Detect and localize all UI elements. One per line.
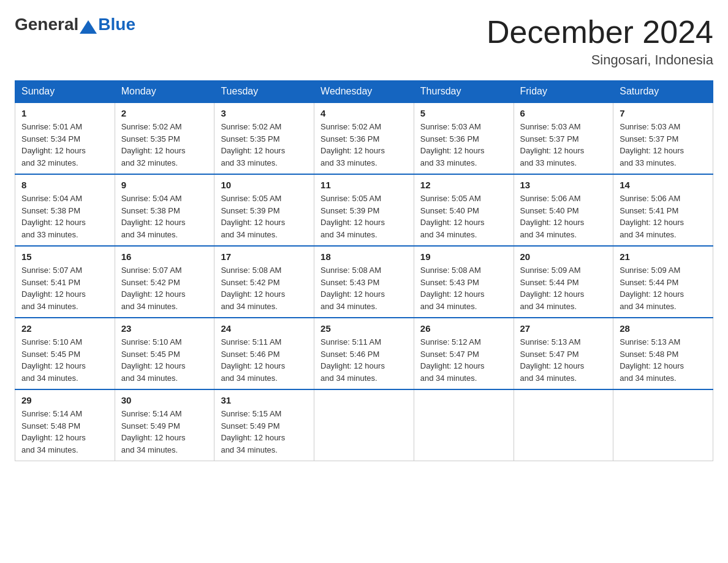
day-info: Sunrise: 5:04 AMSunset: 5:38 PMDaylight:… xyxy=(21,193,108,240)
day-info: Sunrise: 5:06 AMSunset: 5:40 PMDaylight:… xyxy=(520,193,607,240)
day-number: 1 xyxy=(21,108,108,118)
day-info: Sunrise: 5:05 AMSunset: 5:40 PMDaylight:… xyxy=(420,193,507,240)
day-number: 22 xyxy=(21,323,108,334)
calendar-cell: 11Sunrise: 5:05 AMSunset: 5:39 PMDayligh… xyxy=(314,174,414,246)
calendar-cell: 3Sunrise: 5:02 AMSunset: 5:35 PMDaylight… xyxy=(214,102,314,174)
calendar-cell: 20Sunrise: 5:09 AMSunset: 5:44 PMDayligh… xyxy=(514,246,613,318)
calendar-cell: 21Sunrise: 5:09 AMSunset: 5:44 PMDayligh… xyxy=(613,246,713,318)
day-info: Sunrise: 5:03 AMSunset: 5:37 PMDaylight:… xyxy=(520,121,607,169)
calendar-cell xyxy=(613,389,713,461)
logo-triangle-icon xyxy=(80,20,97,34)
day-info: Sunrise: 5:06 AMSunset: 5:41 PMDaylight:… xyxy=(620,193,707,240)
day-info: Sunrise: 5:15 AMSunset: 5:49 PMDaylight:… xyxy=(221,408,308,456)
day-header-thursday: Thursday xyxy=(414,81,514,103)
page-header: General Blue December 2024 Singosari, In… xyxy=(15,15,713,68)
day-number: 17 xyxy=(221,251,308,262)
calendar-cell: 14Sunrise: 5:06 AMSunset: 5:41 PMDayligh… xyxy=(613,174,713,246)
day-info: Sunrise: 5:09 AMSunset: 5:44 PMDaylight:… xyxy=(620,264,707,312)
day-number: 11 xyxy=(320,180,408,190)
day-header-tuesday: Tuesday xyxy=(214,81,314,103)
calendar-cell: 4Sunrise: 5:02 AMSunset: 5:36 PMDaylight… xyxy=(314,102,414,174)
day-number: 16 xyxy=(121,251,208,262)
day-header-saturday: Saturday xyxy=(613,81,713,103)
day-info: Sunrise: 5:10 AMSunset: 5:45 PMDaylight:… xyxy=(21,336,108,384)
day-number: 28 xyxy=(620,323,707,334)
day-number: 14 xyxy=(620,180,707,190)
calendar-cell xyxy=(314,389,414,461)
day-headers-row: SundayMondayTuesdayWednesdayThursdayFrid… xyxy=(15,81,713,103)
calendar-cell: 28Sunrise: 5:13 AMSunset: 5:48 PMDayligh… xyxy=(613,318,713,389)
calendar-cell: 12Sunrise: 5:05 AMSunset: 5:40 PMDayligh… xyxy=(414,174,514,246)
day-info: Sunrise: 5:08 AMSunset: 5:43 PMDaylight:… xyxy=(320,264,408,312)
day-info: Sunrise: 5:02 AMSunset: 5:36 PMDaylight:… xyxy=(320,121,408,169)
day-number: 3 xyxy=(221,108,308,118)
day-number: 2 xyxy=(121,108,208,118)
calendar-cell: 30Sunrise: 5:14 AMSunset: 5:49 PMDayligh… xyxy=(115,389,214,461)
day-number: 24 xyxy=(221,323,308,334)
calendar-cell: 2Sunrise: 5:02 AMSunset: 5:35 PMDaylight… xyxy=(115,102,214,174)
day-number: 10 xyxy=(221,180,308,190)
calendar-cell: 19Sunrise: 5:08 AMSunset: 5:43 PMDayligh… xyxy=(414,246,514,318)
week-row-5: 29Sunrise: 5:14 AMSunset: 5:48 PMDayligh… xyxy=(15,389,713,461)
calendar-cell: 1Sunrise: 5:01 AMSunset: 5:34 PMDaylight… xyxy=(15,102,115,174)
day-number: 23 xyxy=(121,323,208,334)
day-number: 5 xyxy=(420,108,507,118)
day-number: 25 xyxy=(320,323,408,334)
day-info: Sunrise: 5:04 AMSunset: 5:38 PMDaylight:… xyxy=(121,193,208,240)
calendar-cell: 22Sunrise: 5:10 AMSunset: 5:45 PMDayligh… xyxy=(15,318,115,389)
calendar-subtitle: Singosari, Indonesia xyxy=(487,52,713,68)
day-number: 30 xyxy=(121,395,208,405)
calendar-cell: 16Sunrise: 5:07 AMSunset: 5:42 PMDayligh… xyxy=(115,246,214,318)
day-number: 31 xyxy=(221,395,308,405)
day-info: Sunrise: 5:05 AMSunset: 5:39 PMDaylight:… xyxy=(320,193,408,240)
calendar-cell: 13Sunrise: 5:06 AMSunset: 5:40 PMDayligh… xyxy=(514,174,613,246)
day-info: Sunrise: 5:10 AMSunset: 5:45 PMDaylight:… xyxy=(121,336,208,384)
day-number: 7 xyxy=(620,108,707,118)
day-info: Sunrise: 5:09 AMSunset: 5:44 PMDaylight:… xyxy=(520,264,607,312)
day-info: Sunrise: 5:08 AMSunset: 5:42 PMDaylight:… xyxy=(221,264,308,312)
day-info: Sunrise: 5:07 AMSunset: 5:41 PMDaylight:… xyxy=(21,264,108,312)
logo-general-text: General xyxy=(15,15,78,34)
day-info: Sunrise: 5:07 AMSunset: 5:42 PMDaylight:… xyxy=(121,264,208,312)
day-number: 26 xyxy=(420,323,507,334)
day-number: 12 xyxy=(420,180,507,190)
day-number: 13 xyxy=(520,180,607,190)
calendar-cell: 27Sunrise: 5:13 AMSunset: 5:47 PMDayligh… xyxy=(514,318,613,389)
calendar-table: SundayMondayTuesdayWednesdayThursdayFrid… xyxy=(15,80,713,461)
week-row-4: 22Sunrise: 5:10 AMSunset: 5:45 PMDayligh… xyxy=(15,318,713,389)
day-info: Sunrise: 5:13 AMSunset: 5:48 PMDaylight:… xyxy=(620,336,707,384)
day-number: 9 xyxy=(121,180,208,190)
week-row-2: 8Sunrise: 5:04 AMSunset: 5:38 PMDaylight… xyxy=(15,174,713,246)
day-info: Sunrise: 5:03 AMSunset: 5:36 PMDaylight:… xyxy=(420,121,507,169)
calendar-cell: 10Sunrise: 5:05 AMSunset: 5:39 PMDayligh… xyxy=(214,174,314,246)
calendar-cell: 18Sunrise: 5:08 AMSunset: 5:43 PMDayligh… xyxy=(314,246,414,318)
calendar-cell: 5Sunrise: 5:03 AMSunset: 5:36 PMDaylight… xyxy=(414,102,514,174)
calendar-cell xyxy=(414,389,514,461)
day-header-friday: Friday xyxy=(514,81,613,103)
day-header-monday: Monday xyxy=(115,81,214,103)
day-info: Sunrise: 5:08 AMSunset: 5:43 PMDaylight:… xyxy=(420,264,507,312)
calendar-cell: 7Sunrise: 5:03 AMSunset: 5:37 PMDaylight… xyxy=(613,102,713,174)
day-info: Sunrise: 5:05 AMSunset: 5:39 PMDaylight:… xyxy=(221,193,308,240)
calendar-cell: 24Sunrise: 5:11 AMSunset: 5:46 PMDayligh… xyxy=(214,318,314,389)
day-number: 18 xyxy=(320,251,408,262)
calendar-cell: 23Sunrise: 5:10 AMSunset: 5:45 PMDayligh… xyxy=(115,318,214,389)
day-info: Sunrise: 5:11 AMSunset: 5:46 PMDaylight:… xyxy=(320,336,408,384)
day-info: Sunrise: 5:13 AMSunset: 5:47 PMDaylight:… xyxy=(520,336,607,384)
title-block: December 2024 Singosari, Indonesia xyxy=(487,15,713,68)
calendar-cell: 17Sunrise: 5:08 AMSunset: 5:42 PMDayligh… xyxy=(214,246,314,318)
calendar-cell xyxy=(514,389,613,461)
day-info: Sunrise: 5:14 AMSunset: 5:48 PMDaylight:… xyxy=(21,408,108,456)
logo: General Blue xyxy=(15,15,135,34)
day-info: Sunrise: 5:02 AMSunset: 5:35 PMDaylight:… xyxy=(221,121,308,169)
day-header-wednesday: Wednesday xyxy=(314,81,414,103)
day-number: 15 xyxy=(21,251,108,262)
day-info: Sunrise: 5:03 AMSunset: 5:37 PMDaylight:… xyxy=(620,121,707,169)
day-number: 6 xyxy=(520,108,607,118)
calendar-title: December 2024 xyxy=(487,15,713,50)
day-number: 20 xyxy=(520,251,607,262)
day-info: Sunrise: 5:02 AMSunset: 5:35 PMDaylight:… xyxy=(121,121,208,169)
week-row-3: 15Sunrise: 5:07 AMSunset: 5:41 PMDayligh… xyxy=(15,246,713,318)
calendar-cell: 8Sunrise: 5:04 AMSunset: 5:38 PMDaylight… xyxy=(15,174,115,246)
day-number: 21 xyxy=(620,251,707,262)
